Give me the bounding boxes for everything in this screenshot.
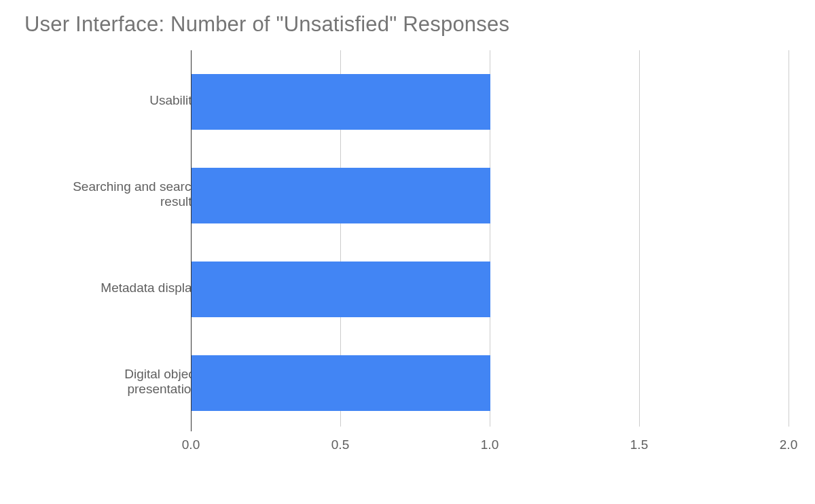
bar-digital-object (192, 355, 490, 411)
y-axis-label: Metadata display (56, 281, 198, 295)
y-axis-label: Usability (56, 93, 198, 108)
x-axis-tick (191, 427, 192, 431)
x-axis-label: 0.0 (182, 437, 200, 452)
chart-title: User Interface: Number of "Unsatisfied" … (24, 12, 509, 37)
y-axis-label: Searching and search results (56, 179, 198, 209)
bar-metadata (192, 262, 490, 317)
y-axis-line (191, 50, 192, 427)
x-axis-label: 2.0 (780, 437, 797, 452)
x-axis-label: 1.0 (481, 437, 499, 452)
bar-chart: User Interface: Number of "Unsatisfied" … (0, 0, 815, 504)
gridline (789, 50, 789, 427)
y-axis-label: Digital object presentation (56, 367, 198, 397)
x-axis-label: 1.5 (630, 437, 648, 452)
gridline (639, 50, 640, 427)
x-axis-label: 0.5 (331, 437, 349, 452)
plot-area: 0.0 0.5 1.0 1.5 2.0 (191, 50, 789, 427)
bar-searching (192, 168, 490, 223)
bar-usability (192, 74, 490, 130)
